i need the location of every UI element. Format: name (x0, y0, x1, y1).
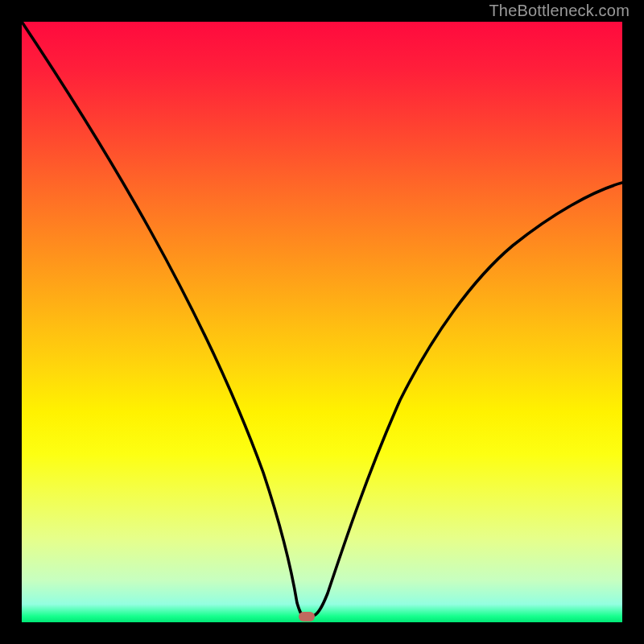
optimum-marker (299, 612, 315, 621)
chart-frame: TheBottleneck.com (0, 0, 644, 644)
bottleneck-curve (22, 22, 622, 622)
watermark-text: TheBottleneck.com (489, 2, 630, 20)
plot-area (22, 22, 622, 622)
curve-path (22, 22, 622, 616)
